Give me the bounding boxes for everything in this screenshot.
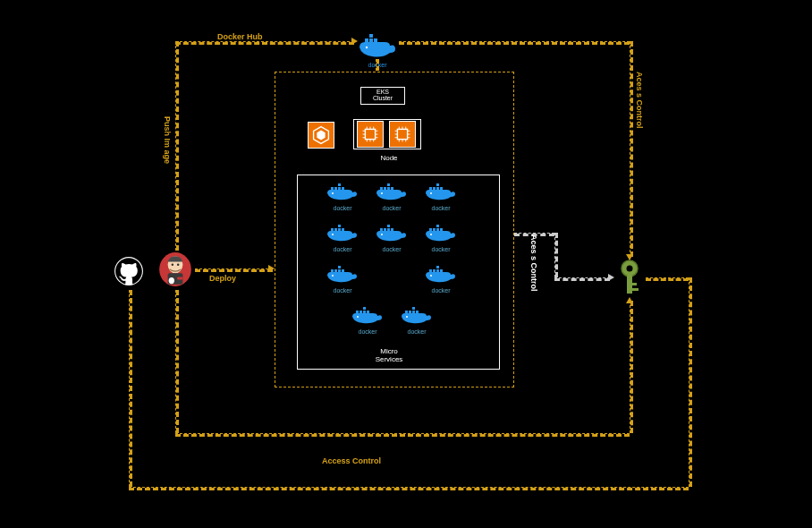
svg-rect-74 bbox=[440, 228, 443, 231]
line-push-vertical bbox=[175, 41, 179, 251]
line-bottom-key-h-outer bbox=[646, 277, 689, 281]
svg-rect-80 bbox=[342, 269, 344, 272]
svg-rect-15 bbox=[365, 129, 375, 139]
svg-rect-86 bbox=[440, 269, 443, 272]
access-control-top-right: Aces s Control bbox=[635, 72, 644, 129]
arrow-push-head bbox=[351, 38, 358, 45]
cluster-text: Cluster bbox=[362, 95, 403, 101]
svg-point-3 bbox=[172, 263, 174, 266]
svg-rect-9 bbox=[369, 38, 373, 42]
svg-rect-98 bbox=[416, 311, 419, 313]
svg-rect-96 bbox=[409, 311, 411, 313]
svg-rect-63 bbox=[338, 225, 341, 227]
svg-rect-8 bbox=[365, 38, 368, 42]
line-hub-key-v bbox=[630, 41, 633, 257]
svg-rect-103 bbox=[627, 276, 632, 294]
svg-rect-57 bbox=[436, 183, 439, 186]
svg-rect-89 bbox=[356, 311, 359, 313]
svg-point-64 bbox=[332, 234, 334, 235]
arrow-deploy-head bbox=[268, 265, 275, 272]
github-icon bbox=[114, 256, 144, 286]
svg-marker-14 bbox=[317, 130, 325, 140]
arrow-bottom-key-head-inner bbox=[626, 297, 633, 303]
svg-rect-43 bbox=[338, 187, 341, 190]
line-cluster-key-v bbox=[554, 233, 558, 277]
access-control-bottom: Access Control bbox=[322, 456, 381, 465]
key-icon bbox=[617, 260, 642, 297]
docker-container-5: docker bbox=[371, 224, 412, 252]
docker-hub-icon: docker bbox=[358, 31, 397, 58]
svg-rect-93 bbox=[363, 307, 366, 310]
services-label: Services bbox=[362, 355, 416, 363]
docker-container-6: docker bbox=[420, 224, 461, 252]
micro-label: Micro bbox=[362, 347, 416, 355]
svg-rect-73 bbox=[436, 228, 439, 231]
deploy-label: Deploy bbox=[209, 274, 236, 283]
svg-rect-87 bbox=[436, 266, 439, 268]
svg-rect-65 bbox=[380, 228, 383, 231]
svg-rect-53 bbox=[429, 187, 432, 190]
docker-container-1: docker bbox=[322, 183, 363, 211]
docker-container-2: docker bbox=[371, 183, 412, 211]
svg-rect-66 bbox=[384, 228, 386, 231]
svg-rect-62 bbox=[342, 228, 344, 231]
svg-rect-85 bbox=[436, 269, 439, 272]
svg-rect-56 bbox=[440, 187, 443, 190]
svg-rect-69 bbox=[387, 225, 390, 227]
svg-rect-42 bbox=[334, 187, 337, 190]
svg-rect-84 bbox=[433, 269, 436, 272]
docker-container-9: docker bbox=[347, 306, 388, 335]
svg-rect-75 bbox=[436, 225, 439, 227]
svg-rect-61 bbox=[338, 228, 341, 231]
svg-rect-92 bbox=[367, 311, 369, 313]
svg-rect-71 bbox=[429, 228, 432, 231]
svg-rect-55 bbox=[436, 187, 439, 190]
line-push-horizontal bbox=[175, 41, 354, 45]
svg-rect-81 bbox=[338, 266, 341, 268]
svg-rect-11 bbox=[369, 34, 373, 38]
line-hub-to-cluster bbox=[376, 59, 379, 71]
docker-container-8: docker bbox=[420, 265, 461, 294]
svg-point-6 bbox=[169, 277, 174, 284]
svg-point-12 bbox=[366, 47, 368, 48]
line-bottom-key-v-outer bbox=[689, 277, 692, 487]
svg-rect-77 bbox=[331, 269, 334, 272]
svg-rect-97 bbox=[412, 311, 415, 313]
docker-container-3: docker bbox=[420, 183, 461, 211]
eks-text: EKS bbox=[362, 89, 403, 95]
svg-rect-51 bbox=[387, 183, 390, 186]
node-label: Node bbox=[362, 154, 416, 162]
svg-point-100 bbox=[406, 316, 408, 318]
aws-eks-icon bbox=[308, 122, 334, 149]
svg-rect-95 bbox=[405, 311, 408, 313]
svg-rect-91 bbox=[363, 311, 366, 313]
line-github-bottom-v bbox=[129, 290, 132, 487]
svg-rect-67 bbox=[387, 228, 390, 231]
eks-cluster-label-box: EKS Cluster bbox=[360, 87, 405, 105]
line-bottom-h-inner bbox=[175, 433, 630, 437]
svg-point-4 bbox=[177, 263, 180, 266]
svg-rect-99 bbox=[412, 307, 415, 310]
svg-rect-60 bbox=[334, 228, 337, 231]
svg-rect-28 bbox=[397, 129, 407, 139]
svg-rect-54 bbox=[433, 187, 436, 190]
svg-rect-78 bbox=[334, 269, 337, 272]
svg-rect-90 bbox=[359, 311, 362, 313]
arrow-deploy bbox=[195, 268, 273, 272]
jenkins-icon bbox=[156, 251, 194, 288]
aws-ec2-icon-1 bbox=[357, 121, 384, 148]
svg-rect-10 bbox=[374, 38, 377, 42]
svg-point-70 bbox=[381, 234, 383, 235]
docker-container-4: docker bbox=[322, 224, 363, 252]
svg-point-58 bbox=[430, 192, 432, 194]
arrow-hub-key-head bbox=[626, 254, 633, 260]
svg-point-102 bbox=[627, 266, 633, 272]
arrow-cluster-key-head bbox=[608, 274, 614, 281]
push-image-label: Push Im age bbox=[163, 116, 172, 164]
svg-rect-48 bbox=[384, 187, 386, 190]
svg-point-88 bbox=[430, 275, 432, 277]
svg-rect-50 bbox=[391, 187, 393, 190]
svg-rect-68 bbox=[391, 228, 393, 231]
svg-point-52 bbox=[381, 192, 383, 194]
svg-rect-72 bbox=[433, 228, 436, 231]
